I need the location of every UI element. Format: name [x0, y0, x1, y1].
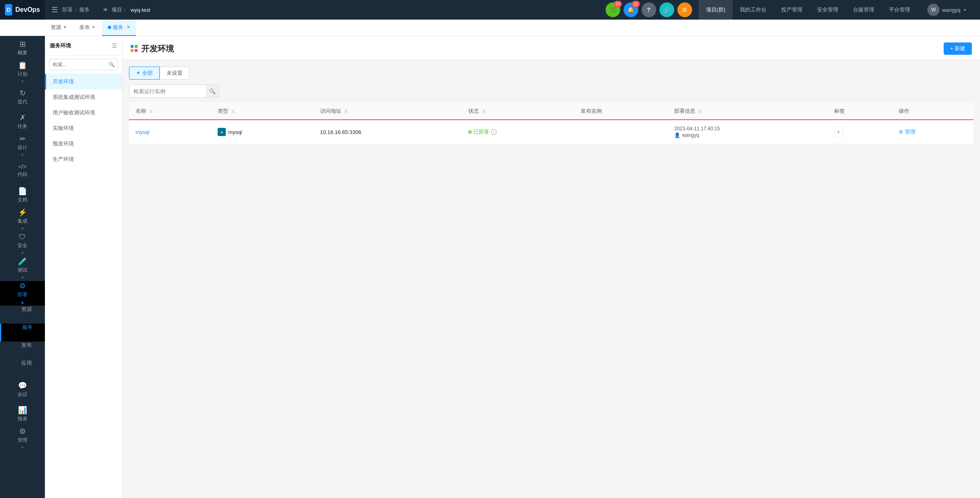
- breadcrumb-service[interactable]: 服务: [79, 6, 90, 13]
- sidebar-item-task[interactable]: ✗ 任务: [0, 109, 45, 134]
- logo-icon: D: [5, 4, 12, 16]
- gear-icon: ⚙: [899, 129, 903, 135]
- middle-nav-staging-env[interactable]: 预发环境: [45, 136, 122, 152]
- col-deploy-info: 部署信息 ⇅: [668, 103, 827, 120]
- sort-icon-status[interactable]: ⇅: [482, 109, 486, 114]
- second-nav-release[interactable]: 发布 ▼: [74, 20, 101, 36]
- deploy-user-icon: 👤: [674, 132, 680, 138]
- menu-item-admin[interactable]: 平台管理: [882, 0, 918, 20]
- expand-icon[interactable]: ☰: [112, 42, 117, 49]
- second-nav: 资源 ▼ 发布 ▼ 服务 ✕: [0, 20, 980, 36]
- manage-button[interactable]: ⚙ 管理: [899, 128, 915, 136]
- sidebar-item-report[interactable]: 📊 报表: [0, 402, 45, 427]
- sidebar-label-plan: 计划: [18, 71, 27, 78]
- middle-panel: 服务环境 ☰ 🔍 开发环境 系统集成测试环境 用户验收测试环境 实验环境 预发环…: [45, 36, 122, 498]
- chevron-down-icon3: ▼: [91, 25, 96, 29]
- menu-item-projects[interactable]: 项目(群): [699, 0, 733, 20]
- middle-nav-exp-env[interactable]: 实验环境: [45, 121, 122, 136]
- deploy-icon: ⚙: [19, 282, 26, 290]
- middle-panel-icons: ☰: [112, 42, 117, 49]
- sort-icon-access[interactable]: ⇅: [344, 109, 347, 114]
- top-nav-icons: 🌿 24 🔔 32 ? 🔗 ⚙ 项目(群) 我的工作台 投产管理 安全管理 台版…: [606, 0, 980, 20]
- content-title-text: 开发环境: [141, 43, 174, 54]
- search-icon: 🔍: [209, 88, 216, 94]
- sidebar-label-resource: 资源: [21, 306, 32, 313]
- middle-nav-dev-env[interactable]: 开发环境: [45, 74, 122, 89]
- middle-search-input[interactable]: [49, 59, 118, 70]
- plan-chevron: ▼: [20, 79, 24, 84]
- sidebar-label-publish: 发布: [21, 342, 32, 349]
- menu-item-release-mgmt[interactable]: 投产管理: [774, 0, 810, 20]
- access-addr: 10.16.16.65:3306: [320, 129, 361, 135]
- cell-name: mysql: [129, 120, 211, 144]
- deploy-user-row: 👤 wangyq: [674, 132, 821, 138]
- sidebar-item-publish[interactable]: 发布: [0, 342, 45, 360]
- sidebar-item-deploy[interactable]: ⚙ 部署 ▲: [0, 281, 45, 306]
- close-icon[interactable]: ✕: [127, 25, 130, 30]
- iterate-icon: ↻: [20, 89, 26, 97]
- table-wrapper: 名称 ⇅ 类型 ⇅ 访问地址 ⇅: [129, 103, 973, 144]
- notification-green[interactable]: 🌿 24: [606, 2, 620, 17]
- status-text: 已部署: [473, 128, 489, 136]
- content-body: ✦ 全部 未设置 🔍 名称: [122, 60, 980, 498]
- user-name: wangyq: [942, 7, 960, 13]
- settings-icon-btn[interactable]: ⚙: [677, 2, 692, 17]
- col-instance: 发布实例: [574, 103, 668, 120]
- sidebar-item-doc[interactable]: 📄 文档: [0, 183, 45, 208]
- sidebar-label-integrate: 集成: [18, 218, 27, 225]
- middle-nav-uat-env[interactable]: 用户验收测试环境: [45, 105, 122, 121]
- sort-icon-deploy[interactable]: ⇅: [699, 109, 702, 114]
- middle-nav-si-env[interactable]: 系统集成测试环境: [45, 89, 122, 105]
- second-nav-resource[interactable]: 资源 ▼: [45, 20, 73, 36]
- sort-icon-name[interactable]: ⇅: [149, 109, 153, 114]
- search-input[interactable]: [129, 85, 219, 98]
- second-nav-resource-label: 资源: [51, 24, 61, 31]
- add-tag-button[interactable]: +: [834, 127, 843, 136]
- sidebar-item-code[interactable]: </> 代码: [0, 159, 45, 183]
- menu-item-platform-mgmt[interactable]: 台版管理: [846, 0, 882, 20]
- project-name: wyq-test: [131, 7, 150, 13]
- user-menu[interactable]: W wangyq ▼: [921, 0, 973, 20]
- notification-blue[interactable]: 🔔 32: [624, 2, 638, 17]
- tab-all[interactable]: ✦ 全部: [129, 67, 160, 80]
- sidebar-item-design[interactable]: ✏ 设计 ▼: [0, 134, 45, 159]
- cell-action: ⚙ 管理: [892, 120, 973, 144]
- sidebar-item-meeting[interactable]: 💬 会议: [0, 377, 45, 402]
- sidebar-item-security[interactable]: 🛡 安全 ▼: [0, 232, 45, 257]
- sidebar-item-overview[interactable]: ⊞ 概要: [0, 36, 45, 60]
- sidebar-item-integrate[interactable]: ⚡ 集成 ▼: [0, 208, 45, 232]
- sidebar-label-meeting: 会议: [18, 391, 27, 398]
- sidebar-item-test[interactable]: 🧪 测试 ▼: [0, 257, 45, 281]
- sidebar-item-iterate[interactable]: ↻ 迭代: [0, 85, 45, 109]
- middle-nav-prod-env[interactable]: 生产环境: [45, 152, 122, 167]
- menu-item-workbench[interactable]: 我的工作台: [733, 0, 774, 20]
- sidebar-item-service[interactable]: 服务: [0, 324, 45, 342]
- breadcrumb: ☰ 部署 / 服务: [45, 5, 96, 14]
- info-icon[interactable]: i: [491, 129, 497, 135]
- service-name-link[interactable]: mysql: [136, 129, 149, 135]
- sidebar-item-admin[interactable]: ⚙ 管理 ▼: [0, 427, 45, 451]
- top-menu: 项目(群) 我的工作台 投产管理 安全管理 台版管理 平台管理: [699, 0, 918, 20]
- sort-icon-type[interactable]: ⇅: [231, 109, 234, 114]
- search-field-wrap: 🔍: [49, 59, 118, 70]
- security-chevron: ▼: [20, 251, 24, 255]
- sidebar-label-admin: 管理: [18, 437, 27, 444]
- sidebar-item-app[interactable]: 应用: [0, 360, 45, 377]
- mysql-icon-img: M: [218, 128, 226, 136]
- help-icon-btn[interactable]: ?: [641, 2, 656, 17]
- search-input-wrap: 🔍: [129, 85, 219, 98]
- new-button[interactable]: + 新建: [944, 42, 972, 55]
- link-icon-btn[interactable]: 🔗: [659, 2, 674, 17]
- second-nav-service[interactable]: 服务 ✕: [102, 20, 136, 36]
- search-button[interactable]: 🔍: [206, 85, 219, 98]
- settings-icon: ⚙: [682, 7, 687, 13]
- sidebar-item-resource[interactable]: 资源: [0, 306, 45, 324]
- hamburger-icon[interactable]: ☰: [51, 5, 58, 14]
- svg-text:M: M: [220, 131, 223, 134]
- logo[interactable]: D DevOps: [0, 0, 45, 20]
- tab-unset[interactable]: 未设置: [160, 67, 189, 80]
- sidebar-item-plan[interactable]: 📋 计划 ▼: [0, 60, 45, 85]
- breadcrumb-deploy[interactable]: 部署: [62, 6, 73, 13]
- plan-icon: 📋: [18, 62, 27, 69]
- menu-item-security[interactable]: 安全管理: [810, 0, 846, 20]
